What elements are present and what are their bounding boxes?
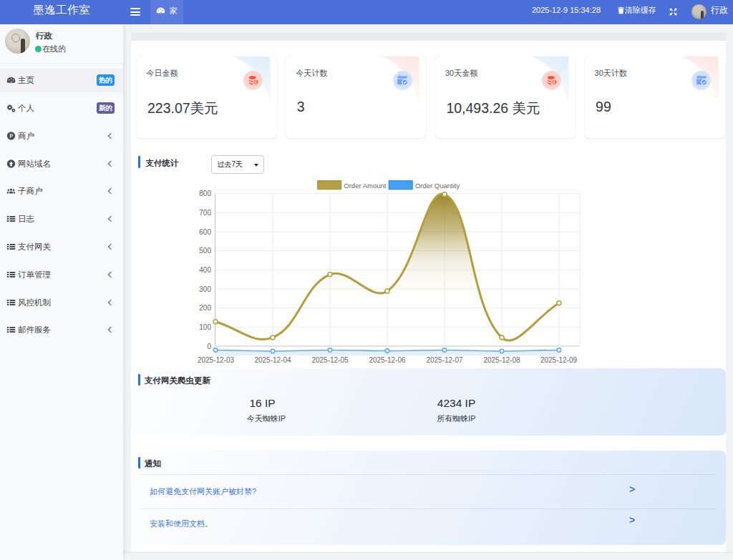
svg-text:500: 500 — [199, 247, 211, 255]
svg-text:100: 100 — [199, 323, 211, 331]
svg-text:700: 700 — [199, 209, 211, 217]
svg-text:0: 0 — [207, 343, 211, 350]
svg-text:2025-12-09: 2025-12-09 — [540, 356, 578, 364]
svg-text:2025-12-05: 2025-12-05 — [311, 356, 349, 364]
svg-text:2025-12-07: 2025-12-07 — [426, 356, 463, 364]
svg-text:600: 600 — [199, 228, 211, 236]
svg-text:200: 200 — [199, 304, 211, 312]
svg-text:800: 800 — [199, 190, 211, 197]
svg-text:400: 400 — [199, 266, 211, 274]
svg-text:2025-12-04: 2025-12-04 — [254, 356, 291, 364]
svg-text:Order Amount: Order Amount — [344, 182, 386, 190]
svg-text:2025-12-03: 2025-12-03 — [198, 356, 235, 364]
svg-text:2025-12-08: 2025-12-08 — [483, 356, 520, 364]
svg-text:2025-12-06: 2025-12-06 — [369, 356, 406, 364]
svg-text:Order Quantity: Order Quantity — [415, 182, 460, 190]
svg-text:300: 300 — [199, 285, 211, 293]
